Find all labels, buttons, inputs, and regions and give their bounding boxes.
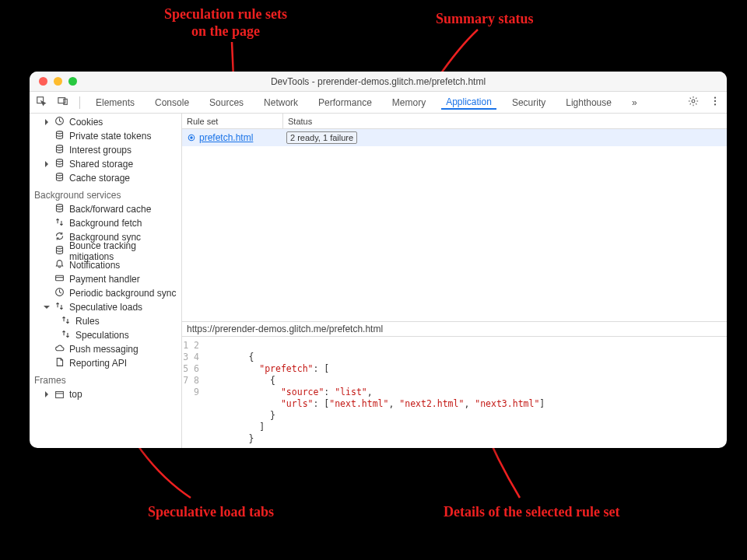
line-numbers: 1 2 3 4 5 6 7 8 9 (182, 340, 205, 445)
col-ruleset-header[interactable]: Rule set (182, 114, 283, 128)
tab-sources[interactable]: Sources (205, 96, 248, 110)
sidebar-item-push-messaging[interactable]: Push messaging (30, 342, 181, 356)
sidebar-item-reporting-api[interactable]: Reporting API (30, 356, 181, 370)
sidebar-item-shared-storage[interactable]: Shared storage (30, 157, 181, 171)
application-sidebar: CookiesPrivate state tokensInterest grou… (30, 114, 182, 448)
card-icon (54, 273, 65, 285)
window-icon (54, 390, 65, 400)
chevron-icon (45, 119, 48, 125)
tabs-more[interactable]: » (627, 96, 642, 110)
updown-icon (54, 217, 65, 229)
svg-point-9 (56, 145, 62, 148)
sidebar-item-rules[interactable]: Rules (30, 314, 181, 328)
db-icon (54, 130, 65, 142)
sync-icon (54, 231, 65, 243)
bell-icon (54, 259, 65, 271)
sidebar-item-label: Shared storage (69, 159, 133, 170)
source-path-bar: https://prerender-demos.glitch.me/prefet… (182, 321, 727, 337)
kebab-icon[interactable] (710, 96, 721, 109)
sidebar-item-bounce-tracking-mitigations[interactable]: Bounce tracking mitigations (30, 244, 181, 258)
sidebar-item-private-state-tokens[interactable]: Private state tokens (30, 129, 181, 143)
device-icon[interactable] (58, 96, 68, 109)
sidebar-item-label: Speculations (75, 330, 129, 341)
gear-icon[interactable] (688, 96, 699, 109)
sidebar-item-label: Speculative loads (69, 302, 142, 313)
tab-console[interactable]: Console (150, 96, 194, 110)
clock-icon (54, 116, 65, 128)
db-icon (54, 245, 65, 257)
window-titlebar: DevTools - prerender-demos.glitch.me/pre… (30, 72, 727, 92)
table-header: Rule set Status (182, 114, 727, 129)
annotation-details: Details of the selected rule set (444, 504, 619, 521)
tab-memory[interactable]: Memory (388, 96, 430, 110)
table-row[interactable]: prefetch.html 2 ready, 1 failure (182, 129, 727, 146)
sidebar-item-label: Cache storage (69, 173, 130, 184)
sidebar-item-frame-top[interactable]: top (30, 387, 181, 401)
tab-application[interactable]: Application (441, 95, 496, 110)
sidebar-item-back-forward-cache[interactable]: Back/forward cache (30, 202, 181, 216)
sidebar-item-label: Back/forward cache (69, 204, 151, 215)
sidebar-item-label: Background fetch (69, 218, 142, 229)
devtools-tabbar: Elements Console Sources Network Perform… (30, 92, 727, 114)
chevron-right-icon (45, 391, 48, 397)
window-title: DevTools - prerender-demos.glitch.me/pre… (30, 76, 727, 87)
svg-point-13 (56, 247, 62, 249)
updown-icon (54, 301, 65, 313)
sidebar-item-speculative-loads[interactable]: Speculative loads (30, 300, 181, 314)
devtools-window: DevTools - prerender-demos.glitch.me/pre… (30, 72, 727, 448)
tab-network[interactable]: Network (259, 96, 303, 110)
annotation-summary: Summary status (436, 11, 534, 28)
svg-point-10 (56, 159, 62, 162)
chevron-icon (45, 161, 48, 167)
sidebar-item-label: Reporting API (69, 358, 127, 369)
sidebar-item-cookies[interactable]: Cookies (30, 115, 181, 129)
doc-icon (54, 357, 65, 369)
svg-rect-17 (56, 391, 64, 397)
section-frames: Frames (30, 370, 181, 387)
section-background-services: Background services (30, 185, 181, 202)
sidebar-item-label: Push messaging (69, 344, 139, 355)
code-view: 1 2 3 4 5 6 7 8 9 { "prefetch": [ { "sou… (182, 337, 727, 448)
sidebar-item-payment-handler[interactable]: Payment handler (30, 272, 181, 286)
sidebar-item-label: Periodic background sync (69, 288, 176, 299)
sidebar-item-background-fetch[interactable]: Background fetch (30, 216, 181, 230)
db-icon (54, 203, 65, 215)
cloud-icon (54, 343, 65, 355)
ruleset-link[interactable]: prefetch.html (199, 132, 253, 143)
svg-point-20 (191, 137, 192, 138)
svg-point-8 (56, 131, 62, 134)
col-status-header[interactable]: Status (283, 117, 727, 126)
db-icon (54, 172, 65, 184)
sidebar-item-label: Payment handler (69, 274, 140, 285)
sidebar-item-speculations[interactable]: Speculations (30, 328, 181, 342)
ruleset-cell[interactable]: prefetch.html (182, 132, 283, 143)
db-icon (54, 144, 65, 156)
updown-icon (61, 329, 71, 341)
status-badge: 2 ready, 1 failure (286, 131, 357, 144)
clock-icon (54, 287, 65, 299)
svg-point-11 (56, 173, 62, 176)
tab-lighthouse[interactable]: Lighthouse (561, 96, 616, 110)
sidebar-item-label: top (69, 389, 82, 400)
rules-panel: Rule set Status prefetch.html 2 ready, 1… (182, 114, 727, 448)
tab-security[interactable]: Security (507, 96, 550, 110)
sidebar-item-label: Rules (75, 316, 100, 327)
svg-point-4 (714, 96, 716, 98)
sidebar-item-label: Private state tokens (69, 131, 151, 142)
updown-icon (61, 315, 71, 327)
svg-point-3 (692, 100, 695, 103)
svg-rect-14 (56, 275, 64, 281)
svg-point-5 (714, 100, 716, 102)
tab-performance[interactable]: Performance (314, 96, 377, 110)
db-icon (54, 158, 65, 170)
status-cell: 2 ready, 1 failure (283, 131, 727, 144)
sidebar-item-interest-groups[interactable]: Interest groups (30, 143, 181, 157)
svg-point-12 (56, 205, 62, 207)
svg-point-6 (714, 103, 716, 105)
tab-elements[interactable]: Elements (91, 96, 139, 110)
sidebar-item-periodic-background-sync[interactable]: Periodic background sync (30, 286, 181, 300)
inspect-icon[interactable] (36, 96, 47, 109)
sidebar-item-cache-storage[interactable]: Cache storage (30, 171, 181, 185)
sidebar-item-label: Interest groups (69, 145, 132, 156)
table-body (182, 146, 727, 321)
